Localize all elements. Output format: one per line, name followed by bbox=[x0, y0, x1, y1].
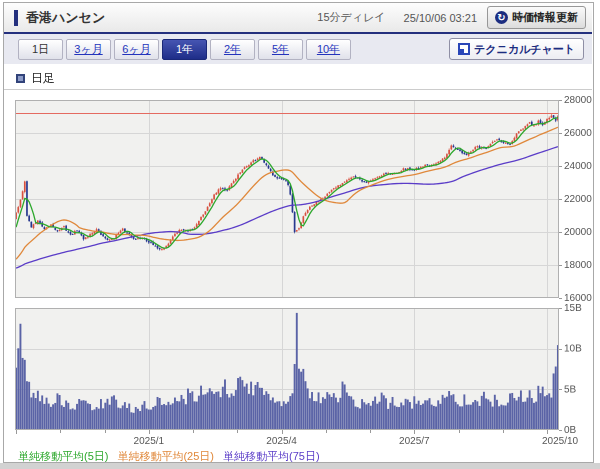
tab-10years[interactable]: 10年 bbox=[306, 39, 351, 60]
legend-ma5: 単純移動平均(5日) bbox=[18, 449, 108, 464]
delay-note: 15分ディレイ bbox=[317, 10, 385, 25]
tab-1year[interactable]: 1年 bbox=[162, 39, 207, 60]
legend-ma75: 単純移動平均(75日) bbox=[223, 449, 320, 464]
tab-6months[interactable]: 6ヶ月 bbox=[114, 39, 159, 60]
refresh-button-label: 時価情報更新 bbox=[512, 10, 578, 25]
tab-1day[interactable]: 1日 bbox=[18, 39, 63, 60]
page-title: 香港ハンセン bbox=[26, 9, 105, 27]
price-volume-chart bbox=[0, 0, 600, 469]
tab-5years[interactable]: 5年 bbox=[258, 39, 303, 60]
divider bbox=[4, 89, 592, 90]
tab-3months[interactable]: 3ヶ月 bbox=[66, 39, 111, 60]
chart-window-icon bbox=[458, 43, 470, 55]
chart-type-label: 日足 bbox=[31, 70, 55, 87]
quote-timestamp: 25/10/06 03:21 bbox=[404, 12, 477, 24]
ma-legend: 単純移動平均(5日) 単純移動平均(25日) 単純移動平均(75日) bbox=[18, 449, 329, 464]
chart-type-row: 日足 bbox=[16, 70, 55, 87]
square-bullet-icon bbox=[16, 74, 25, 83]
refresh-icon: ↻ bbox=[495, 11, 508, 24]
header: 香港ハンセン 15分ディレイ 25/10/06 03:21 ↻ 時価情報更新 bbox=[4, 3, 592, 34]
technical-chart-button[interactable]: テクニカルチャート bbox=[449, 38, 584, 60]
refresh-quote-button[interactable]: ↻ 時価情報更新 bbox=[487, 6, 586, 29]
legend-ma25: 単純移動平均(25日) bbox=[117, 449, 214, 464]
header-right: 15分ディレイ 25/10/06 03:21 ↻ 時価情報更新 bbox=[317, 6, 592, 29]
tab-2years[interactable]: 2年 bbox=[210, 39, 255, 60]
technical-chart-button-label: テクニカルチャート bbox=[474, 42, 575, 57]
page: 香港ハンセン 15分ディレイ 25/10/06 03:21 ↻ 時価情報更新 1… bbox=[0, 0, 600, 469]
title-accent-bar bbox=[14, 10, 18, 26]
period-tab-bar: 1日 3ヶ月 6ヶ月 1年 2年 5年 10年 テクニカルチャート bbox=[4, 34, 592, 64]
